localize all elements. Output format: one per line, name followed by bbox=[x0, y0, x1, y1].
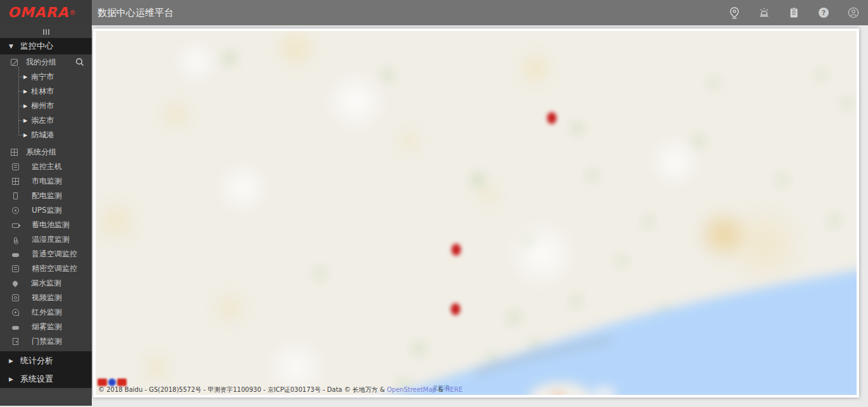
section-label: 统计分析 bbox=[20, 355, 53, 366]
ac-icon bbox=[12, 253, 19, 257]
search-icon[interactable] bbox=[75, 58, 84, 66]
chevron-down-icon: ▼ bbox=[9, 43, 15, 49]
sidebar-item-city-chongzuo[interactable]: ▶崇左市 bbox=[0, 113, 92, 128]
sidebar-item-label: 市电监测 bbox=[32, 176, 62, 187]
sidebar-item-my-groups[interactable]: 我的分组 bbox=[0, 54, 92, 70]
city-label: 桂林市 bbox=[31, 86, 54, 97]
sidebar-section-system-settings[interactable]: ▶ 系统设置 bbox=[0, 370, 92, 388]
sidebar-item-mains-power[interactable]: 市电监测 bbox=[0, 174, 92, 189]
system-group-label: 系统分组 bbox=[26, 147, 56, 158]
section-label: 系统设置 bbox=[20, 373, 53, 385]
door-access-icon bbox=[13, 338, 18, 345]
page-title: 数据中心运维平台 bbox=[97, 7, 173, 19]
sidebar-item-label: 配电监测 bbox=[32, 191, 62, 201]
sidebar-collapse-toggle[interactable] bbox=[0, 25, 92, 38]
top-header: OMARA® 数据中心运维平台 ? bbox=[0, 0, 868, 25]
city-label: 崇左市 bbox=[31, 115, 54, 126]
sidebar-item-ac[interactable]: 普通空调监控 bbox=[0, 247, 92, 261]
map-canvas[interactable]: 北部湾 © 2018 Baidu - GS(2018)5572号 - 甲测资字1… bbox=[96, 31, 857, 395]
sidebar-bottom-sections: ▶ 统计分析 ▶ 系统设置 bbox=[0, 351, 92, 388]
sidebar-item-label: UPS监测 bbox=[32, 205, 62, 216]
brand-logo-text: OMARA bbox=[8, 6, 69, 20]
sidebar-item-label: 红外监测 bbox=[32, 307, 62, 318]
city-label: 南宁市 bbox=[31, 72, 54, 82]
attribution-separator: & bbox=[436, 386, 445, 393]
sidebar-item-video[interactable]: 视频监测 bbox=[0, 291, 92, 305]
sidebar-item-label: 视频监测 bbox=[32, 292, 62, 303]
city-label: 防城港 bbox=[31, 130, 54, 141]
map-marker-alarm[interactable] bbox=[547, 112, 557, 124]
sidebar-item-city-guilin[interactable]: ▶桂林市 bbox=[0, 84, 92, 99]
infrared-icon bbox=[12, 309, 19, 316]
map-marker-alarm[interactable] bbox=[451, 244, 461, 256]
map-imagery bbox=[96, 31, 857, 395]
location-pin-icon[interactable] bbox=[728, 6, 741, 19]
group-grid-icon bbox=[11, 149, 18, 156]
sidebar-item-label: 漏水监测 bbox=[31, 278, 61, 289]
power-distribution-icon bbox=[13, 192, 18, 199]
help-icon[interactable]: ? bbox=[817, 6, 830, 19]
chevron-right-icon: ▶ bbox=[23, 103, 27, 109]
here-link[interactable]: HERE bbox=[445, 386, 462, 393]
sidebar-section-monitoring-center[interactable]: ▼ 监控中心 bbox=[0, 38, 92, 54]
sidebar-item-label: 普通空调监控 bbox=[32, 249, 77, 260]
sidebar-footer bbox=[0, 388, 92, 406]
user-avatar-icon[interactable] bbox=[847, 6, 860, 19]
ups-icon bbox=[12, 207, 19, 214]
chevron-right-icon: ▶ bbox=[23, 89, 27, 94]
sidebar-item-power-distribution[interactable]: 配电监测 bbox=[0, 189, 92, 203]
brand-logo-registered-mark: ® bbox=[70, 9, 76, 16]
sidebar-item-battery[interactable]: 蓄电池监测 bbox=[0, 218, 92, 232]
sidebar-item-city-nanning[interactable]: ▶南宁市 bbox=[0, 70, 92, 84]
sidebar-item-water-leak[interactable]: 漏水监测 bbox=[0, 276, 92, 291]
city-label: 柳州市 bbox=[31, 101, 54, 111]
sidebar-item-system-group[interactable]: 系统分组 bbox=[0, 145, 92, 160]
sidebar-item-smoke[interactable]: 烟雾监测 bbox=[0, 320, 92, 334]
precision-ac-icon bbox=[12, 265, 19, 272]
brand-logo: OMARA® bbox=[0, 0, 92, 25]
temp-humidity-icon bbox=[14, 237, 17, 242]
smoke-icon bbox=[12, 326, 19, 330]
mains-power-icon bbox=[12, 178, 19, 185]
sidebar-item-door-access[interactable]: 门禁监测 bbox=[0, 334, 92, 349]
sidebar-item-label: 精密空调监控 bbox=[32, 263, 77, 274]
openstreetmap-link[interactable]: OpenStreetMap bbox=[387, 386, 436, 393]
header-icon-bar: ? bbox=[728, 6, 868, 19]
my-groups-label: 我的分组 bbox=[26, 57, 56, 68]
sidebar-item-temp-humidity[interactable]: 温湿度监测 bbox=[0, 232, 92, 247]
chevron-right-icon: ▶ bbox=[9, 358, 15, 364]
clipboard-icon[interactable] bbox=[788, 6, 800, 19]
sidebar-item-label: 温湿度监测 bbox=[32, 234, 70, 245]
sidebar-item-infrared[interactable]: 红外监测 bbox=[0, 305, 92, 320]
chevron-right-icon: ▶ bbox=[23, 74, 27, 80]
water-leak-icon bbox=[11, 280, 18, 287]
chevron-right-icon: ▶ bbox=[23, 118, 27, 123]
host-icon bbox=[12, 163, 19, 170]
section-label: 监控中心 bbox=[20, 41, 53, 52]
city-tree: ▶南宁市 ▶桂林市 ▶柳州市 ▶崇左市 ▶防城港 bbox=[0, 70, 92, 144]
alarm-icon[interactable] bbox=[758, 6, 771, 19]
video-icon bbox=[12, 294, 19, 301]
attribution-text: © 2018 Baidu - GS(2018)5572号 - 甲测资字11009… bbox=[98, 386, 387, 393]
svg-text:?: ? bbox=[822, 9, 826, 17]
sidebar-item-label: 门禁监测 bbox=[32, 336, 62, 347]
sidebar-item-label: 蓄电池监测 bbox=[32, 220, 70, 230]
sidebar-item-label: 监控主机 bbox=[32, 161, 62, 172]
sidebar-item-city-liuzhou[interactable]: ▶柳州市 bbox=[0, 99, 92, 113]
sidebar-item-host[interactable]: 监控主机 bbox=[0, 160, 92, 174]
sidebar-item-label: 烟雾监测 bbox=[32, 322, 62, 332]
chevron-right-icon: ▶ bbox=[9, 376, 15, 382]
map-marker-alarm[interactable] bbox=[451, 303, 460, 315]
sidebar-item-precision-ac[interactable]: 精密空调监控 bbox=[0, 261, 92, 276]
sidebar-item-city-fangchenggang[interactable]: ▶防城港 bbox=[0, 128, 92, 142]
map-attribution: © 2018 Baidu - GS(2018)5572号 - 甲测资字11009… bbox=[98, 385, 462, 394]
sidebar-item-ups[interactable]: UPS监测 bbox=[0, 203, 92, 218]
sidebar-nav: ▼ 监控中心 我的分组 ▶南宁市 ▶桂林市 ▶柳州市 ▶崇左市 ▶防城港 系统分… bbox=[0, 25, 92, 401]
sea-coastline bbox=[96, 31, 857, 395]
sidebar-section-statistics[interactable]: ▶ 统计分析 bbox=[0, 351, 92, 370]
map-card: 北部湾 © 2018 Baidu - GS(2018)5572号 - 甲测资字1… bbox=[93, 28, 859, 398]
chevron-right-icon: ▶ bbox=[23, 132, 27, 138]
battery-icon bbox=[12, 223, 19, 228]
group-edit-icon bbox=[11, 59, 18, 66]
